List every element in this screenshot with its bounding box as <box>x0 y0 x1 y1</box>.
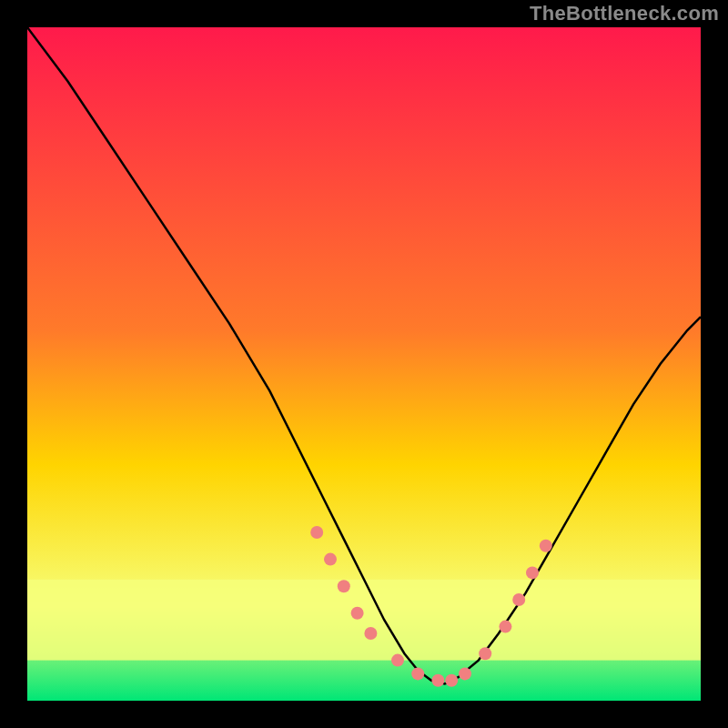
highlight-band <box>27 580 701 661</box>
attribution-text: TheBottleneck.com <box>530 2 719 25</box>
data-dot <box>526 566 539 579</box>
data-dot <box>310 526 323 539</box>
data-dot <box>338 580 350 592</box>
data-dot <box>459 667 471 680</box>
data-dot <box>411 667 424 680</box>
data-dot <box>324 553 337 566</box>
chart-frame: TheBottleneck.com <box>0 0 728 728</box>
data-dot <box>540 540 552 552</box>
data-dot <box>391 654 404 667</box>
plot-area <box>27 27 701 701</box>
data-dot <box>431 674 444 687</box>
data-dot <box>512 593 525 606</box>
data-dot <box>499 621 511 633</box>
data-dot <box>351 607 364 620</box>
data-dot <box>364 627 377 640</box>
bottleneck-curve-chart <box>27 27 701 701</box>
data-dot <box>445 674 458 687</box>
data-dot <box>479 647 491 660</box>
